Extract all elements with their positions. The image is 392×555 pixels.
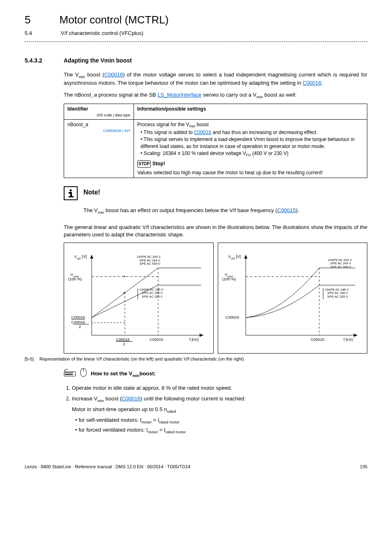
illustration-intro: The general linear and quadratic V/f cha… (64, 224, 367, 238)
row-type: | INT (121, 129, 130, 133)
note-body: The Vmin boost has an effect on output f… (83, 207, 367, 215)
keyboard-icon (64, 368, 76, 379)
howto-title: How to set the Vminboost: (91, 370, 156, 378)
svg-text:2: 2 (123, 342, 125, 346)
bullet-2: • This signal serves to implement a load… (137, 136, 364, 150)
stop-label: Stop! (152, 160, 165, 167)
svg-text:f [Hz]: f [Hz] (343, 337, 352, 342)
svg-text:[V]: [V] (82, 254, 87, 259)
identifier-table: Identifier DIS code | data type Informat… (64, 104, 367, 178)
svg-rect-69 (71, 372, 73, 373)
svg-text:3/PE AC 550 V: 3/PE AC 550 V (139, 262, 161, 266)
desc-line: Process signal for the Vmin boost (137, 121, 364, 129)
stop-badge: STOP Stop! (137, 160, 165, 168)
intro-paragraph-2: The nBoost_a process signal at the SB LS… (64, 91, 367, 99)
chart-linear: Vout [V] Vrmot (100 %) C00016 C00016 2 (64, 243, 214, 354)
svg-marker-43 (353, 334, 357, 337)
svg-marker-7 (200, 334, 204, 337)
stop-icon: STOP (137, 160, 151, 168)
svg-text:3/PE AC 320 V: 3/PE AC 320 V (142, 295, 163, 298)
step-1: Operate motor in idle state at approx. 6… (72, 384, 367, 392)
link-c00016-2[interactable]: C00016 (303, 80, 322, 86)
svg-text:(100 %): (100 %) (222, 277, 236, 281)
svg-marker-42 (244, 254, 247, 259)
chart-quadratic: Vout [V] Vrmot (100 %) C00016 C00015 f [… (218, 243, 368, 354)
subheading-number: 5.4.3.2 (25, 57, 49, 65)
svg-text:out: out (231, 257, 234, 260)
svg-text:3/PE AC 320 V: 3/PE AC 320 V (327, 295, 348, 298)
link-motorinterface[interactable]: LS_MotorInterface (157, 92, 201, 98)
svg-text:C00015: C00015 (150, 337, 163, 342)
intro-paragraph-1: The Vmin boost (C00016) of the motor vol… (64, 71, 367, 87)
chapter-number: 5 (25, 12, 30, 27)
svg-rect-64 (64, 372, 76, 376)
svg-text:+: + (123, 290, 126, 295)
footer-left: Lenze · 8400 StateLine · Reference manua… (25, 464, 190, 470)
chapter-title: Motor control (MCTRL) (59, 12, 168, 27)
figure-caption: Representation of the linear V/f charact… (39, 356, 244, 362)
bullet-3: • Scaling: 16384 ≡ 100 % rated device vo… (137, 150, 364, 158)
mouse-icon (80, 368, 87, 380)
row-id: nBoost_a (67, 122, 88, 127)
svg-rect-65 (65, 372, 66, 373)
svg-point-0 (69, 190, 71, 192)
svg-text:+: + (123, 274, 126, 279)
svg-text:C00015: C00015 (311, 337, 324, 342)
svg-text:out: out (77, 257, 81, 260)
svg-text:C00016: C00016 (71, 320, 85, 324)
sub-bullet-2: • for forced ventilated motors: Imotor ≈… (75, 426, 367, 435)
svg-rect-3 (69, 196, 74, 197)
svg-marker-6 (90, 254, 93, 259)
link-c00015[interactable]: C00015 (277, 207, 296, 213)
info-icon (64, 186, 78, 200)
stop-text: Values selected too high may cause the m… (137, 169, 364, 176)
th-info: Information/possible settings (134, 104, 367, 119)
section-title: V/f characteristic control (VFCplus) (61, 30, 143, 37)
svg-rect-66 (67, 372, 68, 373)
svg-text:C00016: C00016 (225, 315, 239, 319)
th-identifier: Identifier (67, 106, 88, 112)
section-number: 5.4 (25, 30, 32, 37)
svg-rect-67 (68, 372, 69, 373)
note-title: Note! (83, 188, 100, 197)
link-c00016[interactable]: C00016 (104, 72, 123, 78)
th-discode: DIS code | data type (67, 113, 130, 118)
link-c00016-table[interactable]: C00016 (194, 130, 211, 135)
svg-text:f [Hz]: f [Hz] (189, 337, 198, 342)
svg-text:(100 %): (100 %) (68, 277, 82, 281)
note-callout: Note! (64, 186, 367, 200)
svg-text:C00016: C00016 (71, 315, 85, 319)
divider (25, 42, 367, 42)
step-2: Increase Vmin boost (C00016) until the f… (72, 395, 367, 435)
svg-text:2: 2 (79, 324, 81, 329)
svg-text:[V]: [V] (236, 254, 241, 259)
page-number: 135 (360, 464, 367, 470)
link-c00016-howto[interactable]: C00016 (122, 395, 141, 402)
svg-rect-70 (65, 374, 73, 375)
figure-number: [5-5] (25, 356, 34, 362)
svg-text:3/PE AC 550 V: 3/PE AC 550 V (330, 265, 351, 269)
bullet-1: • This signal is added to C00016 and has… (137, 129, 364, 136)
subheading-title: Adapting the Vmin boost (64, 57, 132, 65)
sub-bullet-1: • for self-ventilated motors: Imotor ≈ I… (75, 416, 367, 425)
svg-rect-68 (70, 372, 71, 373)
svg-text:C00015: C00015 (116, 337, 129, 342)
link-c00830[interactable]: C00830/26 (103, 129, 121, 133)
